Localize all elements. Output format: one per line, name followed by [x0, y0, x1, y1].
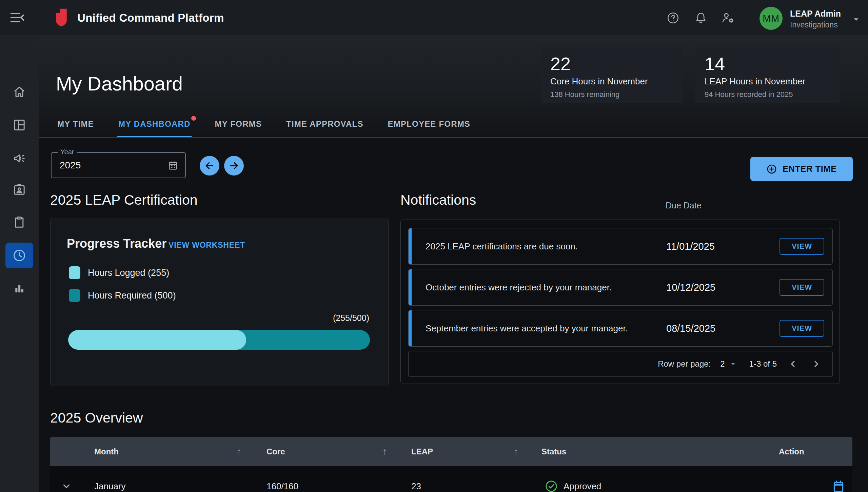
tab-label: MY DASHBOARD — [118, 119, 191, 128]
tab-my-time[interactable]: MY TIME — [56, 118, 95, 138]
view-worksheet-link[interactable]: VIEW WORKSHEET — [169, 241, 245, 250]
year-picker-field[interactable]: Year 2025 — [51, 152, 186, 178]
rows-per-page-select[interactable]: 2 — [720, 359, 736, 369]
topbar-divider — [747, 8, 747, 27]
tab-time-approvals[interactable]: TIME APPROVALS — [285, 118, 364, 138]
bell-icon[interactable] — [692, 9, 710, 27]
menu-open-icon[interactable] — [9, 10, 25, 25]
enter-time-button[interactable]: ENTER TIME — [750, 157, 853, 181]
progress-bar-track — [68, 330, 370, 350]
notification-text: 2025 LEAP certifications are due soon. — [426, 228, 578, 264]
calendar-icon — [832, 479, 845, 492]
status-text: Approved — [564, 481, 601, 492]
calendar-icon[interactable] — [167, 160, 178, 171]
column-header-leap[interactable]: LEAP — [411, 437, 433, 466]
user-settings-icon[interactable] — [719, 9, 737, 27]
help-icon[interactable] — [664, 9, 682, 27]
avatar[interactable]: MM — [760, 7, 783, 30]
badge-icon — [13, 183, 26, 197]
row-expand-button[interactable] — [61, 466, 72, 492]
chevron-down-icon — [61, 481, 72, 491]
tab-my-forms[interactable]: MY FORMS — [214, 118, 263, 138]
notification-row: 2025 LEAP certifications are due soon. 1… — [408, 228, 833, 265]
pagination-previous-button[interactable] — [786, 357, 800, 371]
clock-icon — [12, 248, 26, 263]
notifications-pagination: Row per page: 2 1-3 of 5 — [408, 351, 833, 377]
arrow-right-icon — [229, 160, 239, 171]
stat-label: Core Hours in November — [550, 76, 673, 87]
sort-asc-icon[interactable]: ↑ — [514, 437, 518, 466]
column-header-month[interactable]: Month — [94, 437, 119, 466]
bar-chart-icon — [13, 282, 26, 295]
notification-accent-bar — [409, 228, 412, 264]
nav-employee-badge[interactable] — [7, 178, 31, 202]
legend-hours-required: Hours Required (500) — [69, 289, 176, 302]
nav-home[interactable] — [7, 80, 31, 104]
notification-due-date: 10/12/2025 — [666, 269, 715, 305]
arrow-left-icon — [204, 160, 215, 171]
caret-down-icon[interactable] — [850, 14, 862, 25]
next-year-button[interactable] — [224, 156, 244, 176]
check-circle-icon — [545, 479, 558, 492]
notification-row: September entries were accepted by your … — [408, 310, 833, 347]
tab-employee-forms[interactable]: EMPLOYEE FORMS — [387, 118, 472, 138]
previous-year-button[interactable] — [200, 156, 219, 176]
progress-count-label: (255/500) — [333, 313, 369, 323]
page-title: My Dashboard — [56, 73, 183, 95]
chevron-right-icon — [811, 359, 821, 369]
sort-asc-icon[interactable]: ↑ — [382, 437, 387, 466]
column-header-status[interactable]: Status — [541, 437, 566, 466]
tab-notification-dot — [191, 116, 196, 121]
home-icon — [13, 85, 26, 99]
progress-tracker-title: Progress Tracker — [67, 237, 166, 251]
tabs-divider — [39, 137, 868, 138]
table-row-january: January 160/160 23 Approved — [50, 466, 852, 492]
profile-role: Investigations — [790, 20, 838, 29]
column-header-core[interactable]: Core — [267, 437, 285, 466]
progress-fill — [68, 330, 246, 350]
tab-my-dashboard[interactable]: MY DASHBOARD — [117, 118, 192, 138]
caret-down-icon — [730, 361, 736, 367]
nav-announcements[interactable] — [7, 146, 31, 170]
hours-logged-swatch — [69, 266, 80, 279]
progress-tracker-card: Progress Tracker VIEW WORKSHEET Hours Lo… — [50, 218, 389, 386]
dashboard-icon — [13, 118, 26, 132]
rows-per-page-value: 2 — [720, 359, 725, 369]
plus-circle-icon — [766, 164, 777, 175]
view-button[interactable]: VIEW — [780, 320, 824, 337]
chevron-left-icon — [788, 359, 798, 369]
notifications-card: 2025 LEAP certifications are due soon. 1… — [400, 220, 840, 384]
nav-forms[interactable] — [7, 210, 31, 234]
pagination-next-button[interactable] — [809, 357, 823, 371]
stat-subtext: 94 Hours recorded in 2025 — [705, 90, 830, 99]
hours-required-swatch — [69, 289, 80, 302]
nav-reports[interactable] — [7, 277, 31, 301]
overview-section-title: 2025 Overview — [50, 410, 143, 426]
tab-label: MY TIME — [57, 119, 94, 128]
view-button[interactable]: VIEW — [780, 238, 824, 255]
tab-bar: MY TIME MY DASHBOARD MY FORMS TIME APPRO… — [56, 118, 472, 138]
tab-label: TIME APPROVALS — [286, 119, 363, 128]
tab-label: MY FORMS — [215, 119, 262, 128]
tab-label: EMPLOYEE FORMS — [388, 119, 471, 128]
stat-card-core-hours: 22 Core Hours in November 138 Hours rema… — [541, 47, 683, 103]
nav-time-tracking[interactable] — [7, 244, 31, 267]
notification-accent-bar — [409, 269, 412, 305]
legend-hours-logged: Hours Logged (255) — [69, 266, 169, 279]
notification-due-date: 11/01/2025 — [666, 228, 715, 264]
clipboard-icon — [13, 216, 26, 229]
stat-label: LEAP Hours in November — [705, 76, 830, 87]
notifications-section-title: Notifications — [400, 192, 476, 208]
year-field-value: 2025 — [60, 160, 167, 171]
avatar-initials: MM — [763, 13, 779, 24]
notification-text: September entries were accepted by your … — [426, 310, 628, 346]
view-button[interactable]: VIEW — [780, 279, 824, 296]
topbar-divider — [40, 7, 40, 28]
stat-subtext: 138 Hours remaining — [550, 90, 673, 99]
column-header-action[interactable]: Action — [779, 437, 804, 466]
sort-asc-icon[interactable]: ↑ — [237, 437, 241, 466]
row-action-calendar-button[interactable] — [832, 466, 845, 492]
nav-dashboard[interactable] — [7, 113, 31, 137]
legend-label: Hours Logged (255) — [88, 268, 169, 278]
cell-month: January — [94, 466, 126, 492]
